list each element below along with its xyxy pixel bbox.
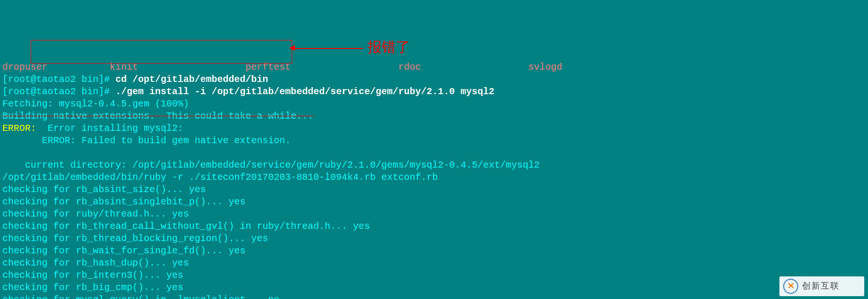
fetching-line: Fetching: mysql2-0.4.5.gem (100%) <box>2 98 189 109</box>
top-item-2: kinit <box>110 62 138 73</box>
check-7: checking for rb_hash_dup()... yes <box>2 258 189 268</box>
error-label: ERROR: <box>2 123 36 134</box>
terminal-output[interactable]: dropuser kinit perftest rdoc svlogd [roo… <box>0 49 868 299</box>
blank-line <box>2 147 8 158</box>
ruby-cmd: /opt/gitlab/embedded/bin/ruby -r ./sitec… <box>2 172 438 183</box>
check-8: checking for rb_intern3()... yes <box>2 270 183 281</box>
watermark-logo-icon: ✕ <box>783 279 798 294</box>
annotation-arrow-line <box>292 48 363 49</box>
top-item-3: perftest <box>246 62 291 73</box>
prompt-2: [root@taotao2 bin]# <box>2 86 110 97</box>
cmd-2: ./gem install -i /opt/gitlab/embedded/se… <box>115 86 494 97</box>
error-msg-1: Error installing mysql2: <box>36 123 183 134</box>
check-2: checking for rb_absint_singlebit_p()... … <box>2 196 246 207</box>
prompt-1: [root@taotao2 bin]# <box>2 74 110 85</box>
top-item-4: rdoc <box>398 62 421 73</box>
top-item-1: dropuser <box>2 62 48 73</box>
watermark: ✕ 创新互联 <box>779 276 864 296</box>
cmd-1: cd /opt/gitlab/embedded/bin <box>115 74 268 85</box>
check-4: checking for rb_thread_call_without_gvl(… <box>2 221 370 232</box>
building-line: Building native extensions. This could t… <box>2 111 313 121</box>
check-9: checking for rb_big_cmp()... yes <box>2 282 183 293</box>
check-10: checking for mysql_query() in -lmysqlcli… <box>2 294 279 299</box>
error-msg-2: ERROR: Failed to build gem native extens… <box>2 135 291 146</box>
annotation-label-cn: 报错了 <box>368 38 410 56</box>
check-5: checking for rb_thread_blocking_region()… <box>2 233 268 244</box>
watermark-text: 创新互联 <box>802 281 840 291</box>
annotation-arrow-head-icon <box>289 45 295 51</box>
current-dir: current directory: /opt/gitlab/embedded/… <box>2 160 540 170</box>
check-6: checking for rb_wait_for_single_fd()... … <box>2 245 246 256</box>
check-1: checking for rb_absint_size()... yes <box>2 184 206 195</box>
top-item-5: svlogd <box>528 62 562 73</box>
check-3: checking for ruby/thread.h... yes <box>2 209 189 219</box>
